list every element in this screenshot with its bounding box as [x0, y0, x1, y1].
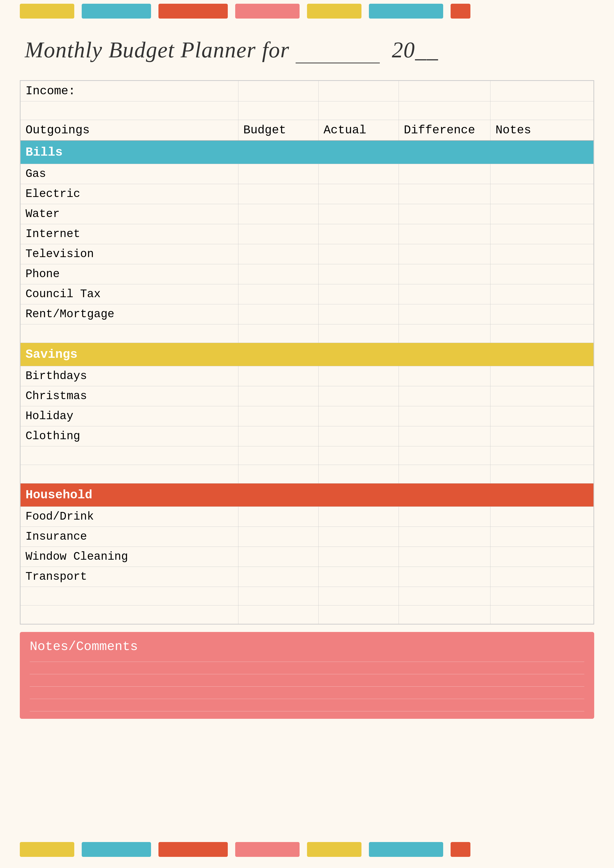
col-notes: Notes: [490, 120, 594, 141]
bar-bottom-pink-1: [235, 842, 300, 857]
savings-label: Savings: [20, 343, 594, 366]
spacer-row-3: [20, 446, 594, 465]
notes-line: [30, 711, 584, 711]
bar-yellow-1: [20, 4, 74, 19]
row-food-drink: Food/Drink: [20, 507, 238, 527]
income-difference: [399, 81, 490, 101]
income-actual: [319, 81, 399, 101]
row-water: Water: [20, 204, 238, 224]
budget-table: Income: Outgoings Budget Actual Differen…: [20, 81, 594, 624]
row-gas: Gas: [20, 164, 238, 184]
bar-bottom-teal-1: [82, 842, 151, 857]
bar-bottom-red-1: [159, 842, 228, 857]
notes-line: [30, 674, 584, 674]
spacer-row-6: [20, 606, 594, 624]
income-row: Income:: [20, 81, 594, 101]
notes-section: Notes/Comments: [20, 632, 594, 719]
column-headers: Outgoings Budget Actual Difference Notes: [20, 120, 594, 141]
spacer-row-4: [20, 465, 594, 484]
household-label: Household: [20, 484, 594, 507]
table-row: Birthdays: [20, 366, 594, 386]
col-actual: Actual: [319, 120, 399, 141]
table-row: Council Tax: [20, 284, 594, 304]
bar-red-1: [159, 4, 228, 19]
table-row: Christmas: [20, 386, 594, 406]
row-birthdays: Birthdays: [20, 366, 238, 386]
table-row: Phone: [20, 264, 594, 284]
bar-bottom-red-2: [451, 842, 470, 857]
col-outgoings: Outgoings: [20, 120, 238, 141]
col-difference: Difference: [399, 120, 490, 141]
row-clothing: Clothing: [20, 426, 238, 446]
row-insurance: Insurance: [20, 527, 238, 547]
table-row: Television: [20, 244, 594, 264]
income-label: Income:: [20, 81, 238, 101]
bar-bottom-teal-2: [369, 842, 443, 857]
bills-header: Bills: [20, 141, 594, 164]
bar-bottom-yellow-2: [307, 842, 361, 857]
table-row: Rent/Mortgage: [20, 304, 594, 324]
table-row: Electric: [20, 184, 594, 204]
household-header: Household: [20, 484, 594, 507]
table-row: Insurance: [20, 527, 594, 547]
table-row: Clothing: [20, 426, 594, 446]
bar-yellow-2: [307, 4, 361, 19]
notes-lines: [30, 661, 584, 711]
table-row: Internet: [20, 224, 594, 244]
spacer-row-5: [20, 587, 594, 606]
spacer-row-2: [20, 324, 594, 343]
income-budget: [238, 81, 319, 101]
row-rent-mortgage: Rent/Mortgage: [20, 304, 238, 324]
bar-teal-1: [82, 4, 151, 19]
table-row: Gas: [20, 164, 594, 184]
bar-teal-2: [369, 4, 443, 19]
bar-bottom-yellow-1: [20, 842, 74, 857]
table-row: Transport: [20, 567, 594, 587]
notes-title: Notes/Comments: [30, 639, 584, 654]
bills-label: Bills: [20, 141, 594, 164]
spacer-row-1: [20, 101, 594, 120]
notes-line: [30, 699, 584, 699]
month-underline: [295, 37, 380, 64]
col-budget: Budget: [238, 120, 319, 141]
row-council-tax: Council Tax: [20, 284, 238, 304]
bar-pink-1: [235, 4, 300, 19]
budget-table-container: Income: Outgoings Budget Actual Differen…: [20, 80, 594, 625]
row-window-cleaning: Window Cleaning: [20, 547, 238, 567]
table-row: Holiday: [20, 406, 594, 426]
row-electric: Electric: [20, 184, 238, 204]
table-row: Window Cleaning: [20, 547, 594, 567]
savings-header: Savings: [20, 343, 594, 366]
notes-line: [30, 686, 584, 687]
row-holiday: Holiday: [20, 406, 238, 426]
row-phone: Phone: [20, 264, 238, 284]
page-title: Monthly Budget Planner for 20__: [25, 37, 438, 62]
title-area: Monthly Budget Planner for 20__: [0, 22, 614, 75]
bar-red-2: [451, 4, 470, 19]
row-television: Television: [20, 244, 238, 264]
notes-line: [30, 661, 584, 662]
table-row: Water: [20, 204, 594, 224]
row-christmas: Christmas: [20, 386, 238, 406]
income-notes: [490, 81, 594, 101]
top-color-bar: [0, 0, 614, 22]
table-row: Food/Drink: [20, 507, 594, 527]
bottom-color-bar: [0, 838, 614, 860]
row-internet: Internet: [20, 224, 238, 244]
row-transport: Transport: [20, 567, 238, 587]
